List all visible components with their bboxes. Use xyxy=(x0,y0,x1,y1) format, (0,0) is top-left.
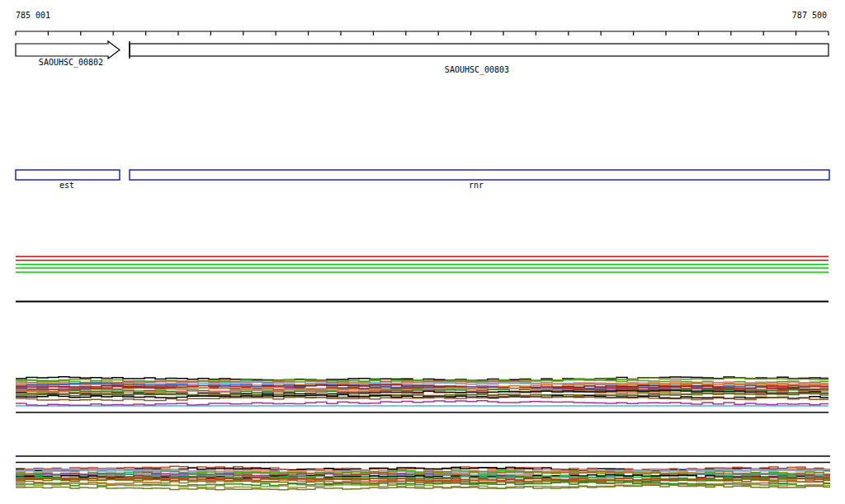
feature-box-rnr[interactable] xyxy=(130,170,829,180)
ruler-start-label: 785 001 xyxy=(16,12,50,20)
feature-label-rnr: rnr xyxy=(469,181,484,190)
feature-label-est: est xyxy=(59,181,74,190)
genome-browser-canvas: 785 001 787 500 SAOUHSC_00802 SAOUHSC_00… xyxy=(0,0,845,504)
ruler-end-label: 787 500 xyxy=(792,12,827,20)
gene-box-saouhsc_00803[interactable] xyxy=(130,44,828,56)
gene-label-saouhsc-00803: SAOUHSC_00803 xyxy=(445,66,509,74)
gene-arrow-saouhsc_00802[interactable] xyxy=(16,41,120,59)
feature-box-est[interactable] xyxy=(16,170,120,180)
coverage-band-1-trace-20 xyxy=(16,401,828,406)
gene-label-saouhsc-00802: SAOUHSC_00802 xyxy=(39,59,103,67)
tracks-svg xyxy=(0,0,845,504)
